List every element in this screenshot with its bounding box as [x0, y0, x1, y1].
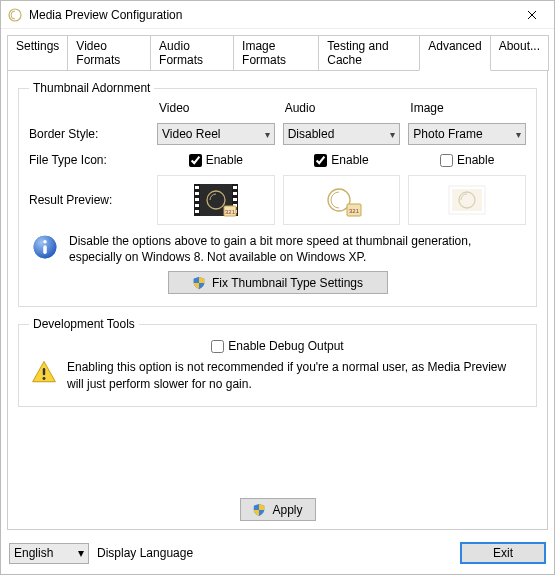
shield-icon	[252, 503, 266, 517]
checkbox-video-icon-label: Enable	[206, 153, 243, 167]
checkbox-video-icon[interactable]: Enable	[157, 153, 275, 167]
dropdown-image-border-value: Photo Frame	[413, 127, 482, 141]
group-thumbnail-adornment: Thumbnail Adornment Video Audio Image Bo…	[18, 81, 537, 307]
close-button[interactable]	[510, 1, 554, 29]
tab-image-formats[interactable]: Image Formats	[233, 35, 319, 71]
dropdown-audio-border-value: Disabled	[288, 127, 335, 141]
window: Media Preview Configuration Settings Vid…	[0, 0, 555, 575]
dropdown-language[interactable]: English ▾	[9, 543, 89, 564]
footer: English ▾ Display Language Exit	[1, 536, 554, 574]
svg-point-25	[43, 240, 47, 244]
dropdown-language-value: English	[14, 546, 53, 560]
checkbox-image-icon-input[interactable]	[440, 154, 453, 167]
shield-icon	[192, 276, 206, 290]
col-head-image: Image	[408, 101, 526, 115]
svg-rect-27	[43, 368, 45, 375]
content: Settings Video Formats Audio Formats Ima…	[1, 29, 554, 574]
fix-thumbnail-button[interactable]: Fix Thumbnail Type Settings	[168, 271, 388, 294]
svg-rect-26	[43, 245, 47, 254]
col-head-audio: Audio	[283, 101, 401, 115]
row-label-preview: Result Preview:	[29, 193, 149, 207]
preview-video: 321	[157, 175, 275, 225]
close-icon	[527, 10, 537, 20]
window-title: Media Preview Configuration	[29, 8, 182, 22]
group-thumbnail-adornment-legend: Thumbnail Adornment	[29, 81, 154, 95]
checkbox-audio-icon-label: Enable	[331, 153, 368, 167]
svg-text:321: 321	[349, 208, 360, 214]
tab-testing-cache[interactable]: Testing and Cache	[318, 35, 420, 71]
chevron-down-icon: ▾	[78, 546, 84, 560]
tab-settings[interactable]: Settings	[7, 35, 68, 71]
group-development-tools: Development Tools Enable Debug Output En…	[18, 317, 537, 406]
spacer	[18, 417, 537, 498]
debug-row: Enable Debug Output	[29, 339, 526, 353]
tab-strip: Settings Video Formats Audio Formats Ima…	[1, 29, 554, 71]
preview-image-icon	[443, 182, 491, 218]
dropdown-video-border-value: Video Reel	[162, 127, 221, 141]
svg-rect-4	[195, 186, 199, 189]
info-text: Disable the options above to gain a bit …	[69, 233, 524, 265]
exit-button[interactable]: Exit	[460, 542, 546, 564]
tab-about[interactable]: About...	[490, 35, 549, 71]
dropdown-audio-border[interactable]: Disabled ▾	[283, 123, 401, 145]
checkbox-image-icon[interactable]: Enable	[408, 153, 526, 167]
checkbox-audio-icon-input[interactable]	[314, 154, 327, 167]
svg-rect-9	[233, 186, 237, 189]
preview-video-icon: 321	[192, 182, 240, 218]
warn-text: Enabling this option is not recommended …	[67, 359, 524, 391]
tab-video-formats[interactable]: Video Formats	[67, 35, 151, 71]
adornment-grid: Video Audio Image Border Style: Video Re…	[29, 101, 526, 225]
svg-rect-8	[195, 210, 199, 213]
exit-button-label: Exit	[493, 546, 513, 560]
checkbox-video-icon-input[interactable]	[189, 154, 202, 167]
info-row: Disable the options above to gain a bit …	[31, 233, 524, 265]
preview-image	[408, 175, 526, 225]
dropdown-image-border[interactable]: Photo Frame ▾	[408, 123, 526, 145]
tab-advanced[interactable]: Advanced	[419, 35, 490, 71]
svg-rect-7	[195, 204, 199, 207]
checkbox-debug-output-input[interactable]	[211, 340, 224, 353]
chevron-down-icon: ▾	[265, 129, 270, 140]
titlebar-left: Media Preview Configuration	[7, 7, 182, 23]
svg-text:321: 321	[225, 209, 236, 215]
row-label-border: Border Style:	[29, 127, 149, 141]
footer-language-label: Display Language	[97, 546, 193, 560]
warning-icon	[31, 359, 57, 385]
group-development-tools-legend: Development Tools	[29, 317, 139, 331]
svg-rect-5	[195, 192, 199, 195]
checkbox-debug-output-label: Enable Debug Output	[228, 339, 343, 353]
app-icon	[7, 7, 23, 23]
preview-audio: 321	[283, 175, 401, 225]
col-head-video: Video	[157, 101, 275, 115]
titlebar: Media Preview Configuration	[1, 1, 554, 29]
svg-point-28	[43, 377, 46, 380]
apply-button-label: Apply	[272, 503, 302, 517]
tab-audio-formats[interactable]: Audio Formats	[150, 35, 234, 71]
svg-rect-11	[233, 198, 237, 201]
svg-rect-10	[233, 192, 237, 195]
warn-row: Enabling this option is not recommended …	[31, 359, 524, 391]
info-icon	[31, 233, 59, 261]
tab-panel-advanced: Thumbnail Adornment Video Audio Image Bo…	[7, 70, 548, 530]
preview-audio-icon: 321	[317, 182, 365, 218]
chevron-down-icon: ▾	[390, 129, 395, 140]
checkbox-image-icon-label: Enable	[457, 153, 494, 167]
dropdown-video-border[interactable]: Video Reel ▾	[157, 123, 275, 145]
apply-button[interactable]: Apply	[240, 498, 316, 521]
row-label-icon: File Type Icon:	[29, 153, 149, 167]
fix-thumbnail-button-label: Fix Thumbnail Type Settings	[212, 276, 363, 290]
svg-rect-6	[195, 198, 199, 201]
checkbox-audio-icon[interactable]: Enable	[283, 153, 401, 167]
checkbox-debug-output[interactable]: Enable Debug Output	[211, 339, 343, 353]
chevron-down-icon: ▾	[516, 129, 521, 140]
